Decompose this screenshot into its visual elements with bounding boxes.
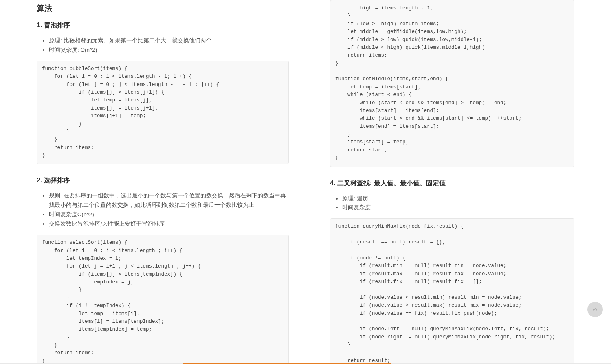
list-item: 原理: 遍历: [342, 194, 574, 204]
section-4-bullets: 原理: 遍历 时间复杂度: [330, 194, 574, 213]
scroll-to-top-button[interactable]: [587, 302, 603, 317]
section-1-bullets: 原理: 比较相邻的元素。如果第一个比第二个大，就交换他们两个. 时间复杂度: O…: [37, 36, 289, 55]
main-title: 算法: [37, 3, 289, 14]
list-item: 时间复杂度: [342, 203, 574, 213]
section-3-code-continued[interactable]: high = items.length - 1; } if (low >= hi…: [330, 0, 574, 167]
right-column: high = items.length - 1; } if (low >= hi…: [306, 0, 611, 364]
list-item: 规则: 在要排序的一组数中，选出最小的一个数与第一个位置的数交换；然后在剩下的数…: [49, 191, 289, 210]
section-1-title: 1. 冒泡排序: [37, 21, 289, 30]
section-2-title: 2. 选择排序: [37, 176, 289, 185]
chevron-up-icon: [592, 306, 598, 313]
list-item: 时间复杂度: O(n^2): [49, 46, 289, 55]
list-item: 时间复杂度O(n^2): [49, 210, 289, 219]
section-2-code[interactable]: function selectSort(items) { for (let i …: [37, 235, 289, 364]
page-container: 算法 1. 冒泡排序 原理: 比较相邻的元素。如果第一个比第二个大，就交换他们两…: [0, 0, 611, 364]
section-4-code[interactable]: function queryMinMaxFix(node,fix,result)…: [330, 218, 574, 364]
list-item: 交换次数比冒泡排序少,性能上要好于冒泡排序: [49, 219, 289, 229]
left-column: 算法 1. 冒泡排序 原理: 比较相邻的元素。如果第一个比第二个大，就交换他们两…: [0, 0, 306, 364]
section-4-title: 4. 二叉树查找: 最大值、最小值、固定值: [330, 179, 574, 188]
section-1-code[interactable]: function bubbleSort(items) { for (let i …: [37, 61, 289, 164]
list-item: 原理: 比较相邻的元素。如果第一个比第二个大，就交换他们两个.: [49, 36, 289, 46]
section-2-bullets: 规则: 在要排序的一组数中，选出最小的一个数与第一个位置的数交换；然后在剩下的数…: [37, 191, 289, 229]
